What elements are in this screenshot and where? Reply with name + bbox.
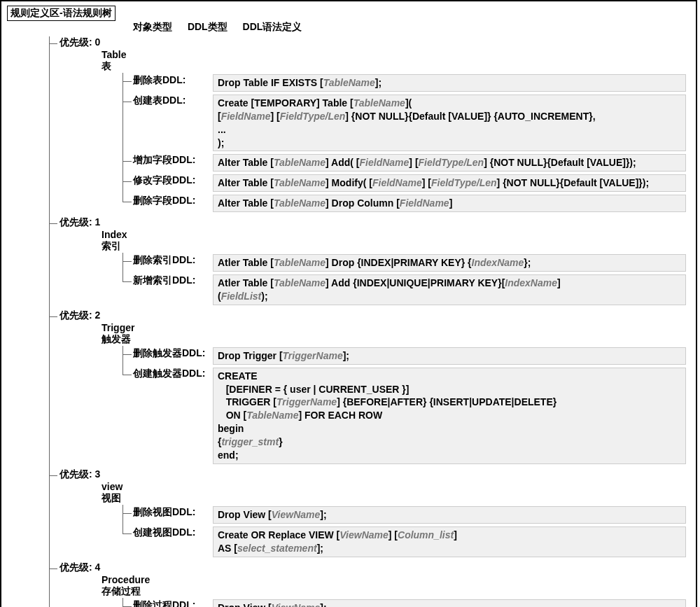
object-type-en: Index [102,229,690,240]
rule-label: 新增索引DDL: [133,274,213,287]
rule-item: 删除表DDL:Drop Table IF EXISTS [TableName]; [123,73,690,93]
rule-label: 创建表DDL: [133,95,213,107]
rule-list: 删除索引DDL:Atler Table [TableName] Drop {IN… [122,253,690,307]
rule-syntax: Drop View [ViewName]; [213,506,686,524]
rule-label: 删除触发器DDL: [133,347,213,360]
priority-node: 优先级: 0Table表删除表DDL:Drop Table IF EXISTS … [50,36,690,214]
object-type-cn: 表 [102,60,690,73]
object-type-cn: 索引 [102,240,690,253]
rule-label: 创建视图DDL: [133,526,213,539]
object-type: Trigger触发器删除触发器DDL:Drop Trigger [Trigger… [102,322,690,466]
rule-item: 删除触发器DDL:Drop Trigger [TriggerName]; [123,346,690,366]
object-type: Procedure存储过程删除过程DDL:Drop View [ViewName… [102,574,690,607]
rule-item: 创建触发器DDL:CREATE [DEFINER = { user | CURR… [123,366,690,466]
tree-trunk: 优先级: 0Table表删除表DDL:Drop Table IF EXISTS … [49,36,690,607]
rule-item: 增加字段DDL:Alter Table [TableName] Add( [Fi… [123,153,690,173]
rule-label: 修改字段DDL: [133,174,213,187]
object-type: view视图删除视图DDL:Drop View [ViewName];创建视图D… [102,481,690,559]
priority-label: 优先级: 4 [59,561,100,573]
root-title: 规则定义区-语法规则树 [7,6,115,21]
priority-node: 优先级: 2Trigger触发器删除触发器DDL:Drop Trigger [T… [50,309,690,466]
rule-label: 删除字段DDL: [133,195,213,207]
rule-list: 删除视图DDL:Drop View [ViewName];创建视图DDL:Cre… [122,505,690,559]
object-type: Index索引删除索引DDL:Atler Table [TableName] D… [102,229,690,307]
object-type-en: view [102,481,690,492]
rule-item: 创建表DDL:Create [TEMPORARY] Table [TableNa… [123,93,690,153]
priority-label: 优先级: 0 [59,36,100,48]
rule-syntax: Drop Table IF EXISTS [TableName]; [213,74,686,92]
rule-item: 新增索引DDL:Atler Table [TableName] Add {IND… [123,273,690,307]
rule-syntax: Alter Table [TableName] Modify( [FieldNa… [213,174,686,192]
rule-label: 增加字段DDL: [133,154,213,167]
col-header-syntax: DDL语法定义 [243,21,302,32]
rule-syntax: Alter Table [TableName] Add( [FieldName]… [213,154,686,172]
rule-item: 删除索引DDL:Atler Table [TableName] Drop {IN… [123,253,690,273]
rule-syntax: Drop View [ViewName]; [213,599,686,607]
rule-syntax: Alter Table [TableName] Drop Column [Fie… [213,195,686,212]
rule-label: 删除索引DDL: [133,254,213,267]
priority-node: 优先级: 3view视图删除视图DDL:Drop View [ViewName]… [50,468,690,559]
col-header-ddl: DDL类型 [188,21,227,32]
col-header-obj: 对象类型 [133,21,172,32]
priority-label: 优先级: 1 [59,216,100,228]
rule-item: 创建视图DDL:Create OR Replace VIEW [ViewName… [123,525,690,559]
rule-label: 创建触发器DDL: [133,368,213,380]
rule-syntax: Drop Trigger [TriggerName]; [213,347,686,365]
object-type-cn: 存储过程 [102,585,690,598]
rule-syntax: Atler Table [TableName] Add {INDEX|UNIQU… [213,274,686,305]
priority-label: 优先级: 2 [59,309,100,321]
object-type-en: Table [102,49,690,60]
rule-syntax: CREATE [DEFINER = { user | CURRENT_USER … [213,368,686,464]
column-headers: 对象类型 DDL类型 DDL语法定义 [133,21,690,34]
rule-list: 删除触发器DDL:Drop Trigger [TriggerName];创建触发… [122,346,690,466]
rule-item: 修改字段DDL:Alter Table [TableName] Modify( … [123,173,690,193]
rule-syntax: Create [TEMPORARY] Table [TableName]( [F… [213,95,686,152]
tree-diagram: 规则定义区-语法规则树 对象类型 DDL类型 DDL语法定义 优先级: 0Tab… [0,0,697,607]
rule-syntax: Atler Table [TableName] Drop {INDEX|PRIM… [213,254,686,272]
object-type: Table表删除表DDL:Drop Table IF EXISTS [Table… [102,49,690,214]
object-type-en: Trigger [102,322,690,333]
rule-label: 删除过程DDL: [133,599,213,607]
rule-list: 删除过程DDL:Drop View [ViewName];创建过程DDL:Mys… [122,598,690,607]
priority-node: 优先级: 1Index索引删除索引DDL:Atler Table [TableN… [50,216,690,307]
priority-label: 优先级: 3 [59,468,100,480]
rule-syntax: Create OR Replace VIEW [ViewName] [Colum… [213,526,686,557]
rule-item: 删除视图DDL:Drop View [ViewName]; [123,505,690,525]
rule-item: 删除过程DDL:Drop View [ViewName]; [123,598,690,607]
rule-list: 删除表DDL:Drop Table IF EXISTS [TableName];… [122,73,690,214]
object-type-cn: 视图 [102,492,690,505]
rule-label: 删除表DDL: [133,74,213,87]
object-type-cn: 触发器 [102,333,690,346]
rule-item: 删除字段DDL:Alter Table [TableName] Drop Col… [123,193,690,214]
priority-node: 优先级: 4Procedure存储过程删除过程DDL:Drop View [Vi… [50,561,690,607]
rule-label: 删除视图DDL: [133,506,213,519]
object-type-en: Procedure [102,574,690,585]
